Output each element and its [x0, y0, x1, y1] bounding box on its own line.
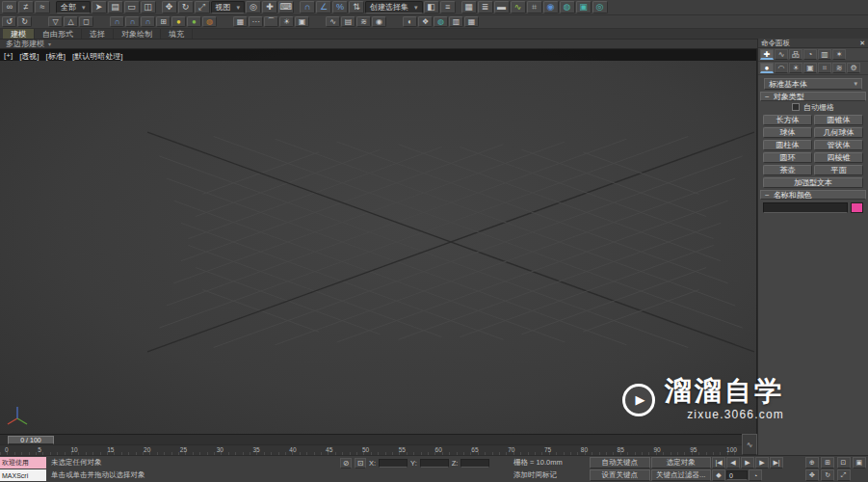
- select-and-rotate-icon[interactable]: ↻: [178, 1, 194, 13]
- redo-icon[interactable]: ↻: [17, 16, 32, 27]
- subtab-space-warps[interactable]: ≋: [832, 63, 846, 73]
- material-sample-icon[interactable]: ◍: [202, 16, 217, 27]
- previous-frame-button[interactable]: ◀: [726, 457, 740, 469]
- primitive-button[interactable]: 四棱锥: [814, 152, 863, 163]
- go-to-end-button[interactable]: ▶|: [770, 457, 783, 469]
- primitive-button[interactable]: 圆柱体: [763, 140, 812, 150]
- category-dropdown[interactable]: 标准基本体 ▾: [764, 78, 862, 90]
- rollout-name-color[interactable]: − 名称和颜色: [760, 190, 866, 200]
- key-filters-button[interactable]: 关键点过滤器...: [651, 469, 712, 481]
- open-mini-curve-editor-button[interactable]: ∿: [742, 434, 757, 455]
- undo-icon[interactable]: ↺: [2, 16, 16, 27]
- ribbon-tab[interactable]: 选择: [82, 29, 114, 39]
- select-child-icon[interactable]: ▽: [48, 16, 63, 27]
- tab-motion[interactable]: ◔: [803, 49, 817, 60]
- select-and-move-icon[interactable]: ✥: [162, 1, 177, 13]
- mirror-icon[interactable]: ◧: [424, 1, 439, 13]
- tab-modify[interactable]: ∿: [775, 49, 788, 60]
- render-production-icon[interactable]: ◎: [592, 1, 608, 13]
- tab-create[interactable]: ✚: [760, 49, 774, 60]
- next-frame-button[interactable]: ▶: [755, 457, 769, 469]
- snap-25d-icon[interactable]: ∩: [125, 16, 140, 27]
- maxscript-mini-listener[interactable]: 欢迎使用 MAXScri: [0, 456, 46, 482]
- x-coordinate-field[interactable]: [379, 459, 408, 468]
- ortho-toggle-icon[interactable]: ⊞: [156, 16, 171, 27]
- render-last-icon[interactable]: ◍: [434, 16, 448, 27]
- ribbon-toggle-icon[interactable]: ▬: [494, 1, 510, 13]
- subtab-lights[interactable]: ☀: [789, 63, 802, 73]
- select-parent-icon[interactable]: △: [64, 16, 78, 27]
- set-key-button[interactable]: 设置关键点: [590, 469, 650, 481]
- textplus-button[interactable]: 加强型文本: [763, 177, 863, 188]
- viewport-general-menu[interactable]: [+]: [4, 51, 13, 62]
- viewport-render-preset-menu[interactable]: [标准]: [46, 51, 66, 62]
- add-time-tag[interactable]: 添加时间标记: [513, 469, 589, 481]
- macro-recorder-row[interactable]: 欢迎使用: [0, 457, 46, 469]
- motion-mixer-icon[interactable]: ≋: [356, 16, 371, 27]
- snap-2d-icon[interactable]: ∩: [110, 16, 124, 27]
- selection-lock-icon[interactable]: ◻: [79, 16, 93, 27]
- isolate-selection-icon[interactable]: ⊘: [340, 458, 352, 469]
- listener-row[interactable]: MAXScri: [0, 469, 46, 481]
- state-sets-icon[interactable]: ▥: [449, 16, 463, 27]
- maximize-button[interactable]: ⤢: [837, 469, 851, 481]
- subtab-cameras[interactable]: ▣: [803, 63, 817, 73]
- command-panel-header[interactable]: 命令面板 ✕: [758, 39, 868, 48]
- auto-key-button[interactable]: 自动关键点: [590, 457, 650, 469]
- selection-lock-icon[interactable]: ⊡: [355, 458, 366, 469]
- primitive-button[interactable]: 长方体: [763, 115, 812, 125]
- spacing-tool-icon[interactable]: ⋯: [249, 16, 263, 27]
- unlink-selection-icon[interactable]: ≠: [18, 1, 34, 13]
- batch-render-icon[interactable]: ▦: [464, 16, 479, 27]
- ribbon-tab[interactable]: 自由形式: [35, 29, 82, 39]
- track-view-icon[interactable]: ∿: [326, 16, 340, 27]
- time-configuration-button[interactable]: ◔: [749, 469, 762, 481]
- schematic-view-icon[interactable]: ⌗: [527, 1, 542, 13]
- reference-coordinate-dropdown[interactable]: 视图: [211, 1, 246, 13]
- subtab-helpers[interactable]: ⌗: [818, 63, 831, 73]
- percent-snap-icon[interactable]: %: [332, 1, 348, 13]
- use-pivot-center-icon[interactable]: ◎: [246, 1, 261, 13]
- effects-icon[interactable]: ❖: [418, 16, 433, 27]
- keyboard-override-icon[interactable]: ⌨: [278, 1, 294, 13]
- isolate-selection-icon[interactable]: ●: [171, 16, 186, 27]
- primitive-button[interactable]: 管状体: [814, 140, 863, 150]
- polygon-modeling-panel[interactable]: 多边形建模: [6, 39, 44, 49]
- selection-filter-dropdown[interactable]: 全部: [56, 1, 91, 13]
- primitive-button[interactable]: 几何球体: [814, 127, 863, 138]
- scene-explorer-icon[interactable]: ▦: [461, 1, 477, 13]
- select-and-link-icon[interactable]: ∞: [2, 1, 17, 13]
- zoom-all-button[interactable]: ⊞: [821, 457, 834, 469]
- key-mode-toggle[interactable]: ◆: [712, 469, 725, 481]
- grab-viewport-icon[interactable]: ◉: [372, 16, 386, 27]
- time-slider-handle[interactable]: 0 / 100: [8, 436, 54, 444]
- light-toggle-icon[interactable]: ☀: [279, 16, 294, 27]
- orbit-button[interactable]: ↻: [821, 469, 834, 481]
- y-coordinate-field[interactable]: [420, 459, 449, 468]
- select-and-manipulate-icon[interactable]: ✚: [262, 1, 277, 13]
- array-icon[interactable]: ▦: [233, 16, 248, 27]
- measure-icon[interactable]: ⌒: [264, 16, 278, 27]
- zoom-region-button[interactable]: ▣: [853, 457, 866, 469]
- align-icon[interactable]: ≡: [440, 1, 456, 13]
- select-similar-icon[interactable]: ●: [187, 16, 201, 27]
- subtab-systems[interactable]: ⚙: [847, 63, 860, 73]
- zoom-button[interactable]: ⊕: [805, 457, 819, 469]
- viewport-shading-menu[interactable]: [默认明暗处理]: [72, 51, 122, 62]
- selected-dropdown[interactable]: 选定对象: [651, 457, 712, 469]
- select-object-icon[interactable]: ➤: [92, 1, 107, 13]
- ribbon-tab[interactable]: 对象绘制: [114, 29, 161, 39]
- named-selection-sets-dropdown[interactable]: 创建选择集: [365, 1, 423, 13]
- current-frame-field[interactable]: 0: [726, 470, 748, 480]
- window-crossing-icon[interactable]: ◫: [141, 1, 156, 13]
- snap-3d-icon[interactable]: ∩: [141, 16, 155, 27]
- angle-snap-icon[interactable]: ∠: [316, 1, 331, 13]
- snap-toggle-icon[interactable]: ∩: [300, 1, 315, 13]
- tab-display[interactable]: ▥: [818, 49, 831, 60]
- primitive-button[interactable]: 圆锥体: [814, 115, 863, 125]
- rendered-frame-icon[interactable]: ▣: [576, 1, 592, 13]
- spinner-snap-icon[interactable]: ⇅: [349, 1, 364, 13]
- ribbon-tab[interactable]: 填充: [161, 29, 193, 39]
- go-to-start-button[interactable]: |◀: [712, 457, 725, 469]
- primitive-button[interactable]: 球体: [763, 127, 812, 138]
